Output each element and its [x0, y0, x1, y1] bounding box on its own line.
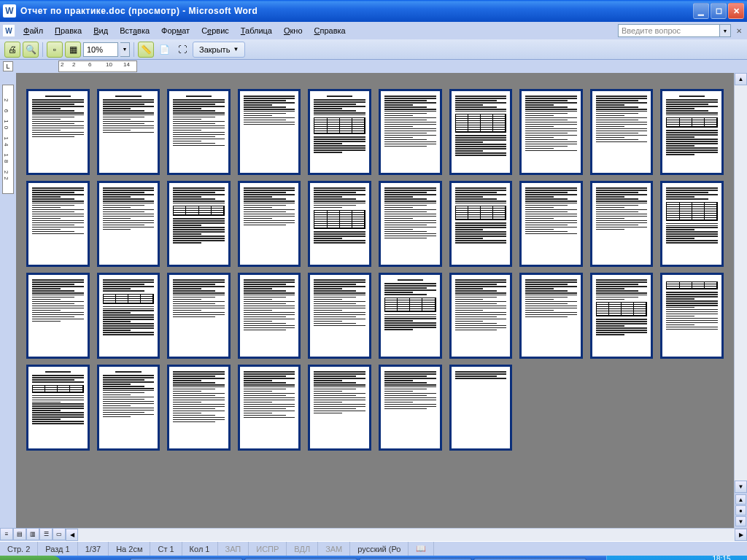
close-window-button[interactable] [728, 3, 744, 19]
status-page-count[interactable]: 1/37 [78, 542, 109, 556]
status-section: Разд 1 [38, 542, 77, 556]
page-thumbnail[interactable] [449, 365, 513, 451]
page-thumbnail[interactable] [308, 89, 371, 175]
browse-object-button[interactable]: ● [735, 505, 746, 516]
help-question-box[interactable]: Введите вопрос [618, 24, 720, 37]
scroll-right-button[interactable]: ▶ [735, 529, 747, 541]
window-titlebar: W Отчет по практике.doc (просмотр) - Mic… [0, 0, 747, 22]
scroll-left-button[interactable]: ◀ [66, 529, 78, 541]
page-thumbnail[interactable] [519, 273, 583, 359]
reading-view-button[interactable]: ▭ [53, 528, 66, 540]
page-thumbnail[interactable] [379, 365, 442, 451]
menu-window[interactable]: Окно [278, 25, 309, 36]
menu-edit[interactable]: Правка [49, 25, 88, 36]
zoom-combo[interactable]: 10% [83, 42, 118, 57]
vertical-ruler-area: 2 6 10 14 18 22 [0, 73, 16, 528]
page-thumbnail[interactable] [26, 365, 90, 451]
page-thumbnail[interactable] [238, 89, 301, 175]
maximize-button[interactable] [711, 3, 727, 19]
page-thumbnail[interactable] [449, 89, 513, 175]
page-thumbnail[interactable] [97, 273, 160, 359]
status-spellcheck-icon[interactable]: 📖 [409, 542, 434, 556]
scroll-down-button[interactable]: ▼ [735, 481, 747, 493]
page-thumbnail[interactable] [590, 273, 654, 359]
menu-format[interactable]: Формат [155, 25, 196, 36]
status-rec[interactable]: ЗАП [218, 542, 249, 556]
scroll-up-button[interactable]: ▲ [735, 73, 747, 85]
page-thumbnail[interactable] [449, 181, 513, 267]
page-thumbnail[interactable] [97, 89, 160, 175]
page-thumbnail[interactable] [26, 89, 90, 175]
status-column: Кол 1 [182, 542, 218, 556]
tray-clock[interactable]: 18:15среда18.08.2010 [703, 555, 740, 561]
page-thumbnail[interactable] [519, 181, 583, 267]
status-overtype[interactable]: ЗАМ [318, 542, 350, 556]
page-thumbnail[interactable] [660, 181, 724, 267]
horizontal-ruler[interactable]: 2 2 6 10 14 [58, 61, 137, 72]
zoom-dropdown[interactable]: ▼ [120, 42, 130, 57]
close-preview-button[interactable]: Закрыть▼ [193, 42, 245, 58]
page-thumbnail[interactable] [449, 273, 513, 359]
preview-canvas[interactable] [16, 73, 734, 528]
menu-insert[interactable]: Вставка [114, 25, 155, 36]
vertical-scrollbar[interactable]: ▲ ▼ ▲ ● ▼ [734, 73, 747, 528]
vertical-ruler[interactable]: 2 6 10 14 18 22 [2, 85, 14, 194]
horizontal-scrollbar[interactable]: ◀ ▶ [66, 528, 747, 541]
print-preview-toolbar: 🖨 🔍 ▫ ▦ 10% ▼ 📏 📄 ⛶ Закрыть▼ [0, 39, 747, 60]
status-page[interactable]: Стр. 2 [0, 542, 38, 556]
status-position-at: На 2см [109, 542, 150, 556]
tab-selector[interactable]: L [3, 61, 13, 71]
page-thumbnail[interactable] [308, 273, 371, 359]
page-thumbnail[interactable] [167, 273, 231, 359]
status-language[interactable]: русский (Ро [350, 542, 409, 556]
windows-taskbar: пуск 🌐В Контакте | Балда ...🌐Каталог гот… [0, 556, 747, 560]
mdi-close-button[interactable]: ✕ [734, 26, 744, 36]
page-thumbnail[interactable] [167, 181, 231, 267]
menu-tools[interactable]: Сервис [196, 25, 235, 36]
page-thumbnail[interactable] [660, 89, 724, 175]
page-thumbnail[interactable] [379, 181, 442, 267]
print-button[interactable]: 🖨 [4, 42, 20, 58]
magnifier-button[interactable]: 🔍 [23, 42, 39, 58]
page-thumbnail[interactable] [379, 89, 442, 175]
menu-file[interactable]: Файл [18, 25, 49, 36]
system-tray[interactable]: RU 18:15среда18.08.2010 [606, 556, 747, 560]
page-thumbnail[interactable] [26, 181, 90, 267]
page-thumbnail[interactable] [238, 365, 301, 451]
shrink-to-fit-button[interactable]: 📄 [156, 42, 172, 58]
bottom-bar: ≡ ▤ ▥ ☰ ▭ ◀ ▶ [0, 528, 747, 541]
page-thumbnail[interactable] [308, 365, 371, 451]
page-thumbnail[interactable] [590, 89, 654, 175]
word-mdi-icon[interactable]: W [3, 25, 15, 36]
page-thumbnail[interactable] [167, 89, 231, 175]
page-thumbnail[interactable] [519, 89, 583, 175]
page-thumbnail[interactable] [590, 181, 654, 267]
minimize-button[interactable] [693, 3, 709, 19]
page-thumbnail[interactable] [660, 273, 724, 359]
next-page-button[interactable]: ▼ [735, 516, 746, 526]
multi-page-button[interactable]: ▦ [65, 42, 81, 58]
page-thumbnail[interactable] [167, 365, 231, 451]
help-question-dropdown[interactable]: ▼ [720, 24, 731, 37]
one-page-button[interactable]: ▫ [47, 42, 63, 58]
prev-page-button[interactable]: ▲ [735, 494, 746, 505]
page-thumbnail[interactable] [379, 273, 442, 359]
web-view-button[interactable]: ▤ [13, 528, 26, 540]
normal-view-button[interactable]: ≡ [0, 528, 13, 540]
page-thumbnail[interactable] [97, 365, 160, 451]
page-thumbnail[interactable] [308, 181, 371, 267]
status-ext-selection[interactable]: ВДЛ [287, 542, 318, 556]
menu-help[interactable]: Справка [309, 25, 352, 36]
page-thumbnail[interactable] [238, 181, 301, 267]
menu-table[interactable]: Таблица [235, 25, 278, 36]
start-button[interactable]: пуск [0, 556, 61, 560]
page-thumbnail[interactable] [97, 181, 160, 267]
outline-view-button[interactable]: ☰ [39, 528, 53, 540]
page-thumbnail[interactable] [238, 273, 301, 359]
ruler-toggle-button[interactable]: 📏 [138, 42, 154, 58]
status-track-changes[interactable]: ИСПР [249, 542, 287, 556]
fullscreen-button[interactable]: ⛶ [174, 42, 190, 58]
page-thumbnail[interactable] [26, 273, 90, 359]
print-layout-button[interactable]: ▥ [26, 528, 39, 540]
menu-view[interactable]: Вид [88, 25, 114, 36]
